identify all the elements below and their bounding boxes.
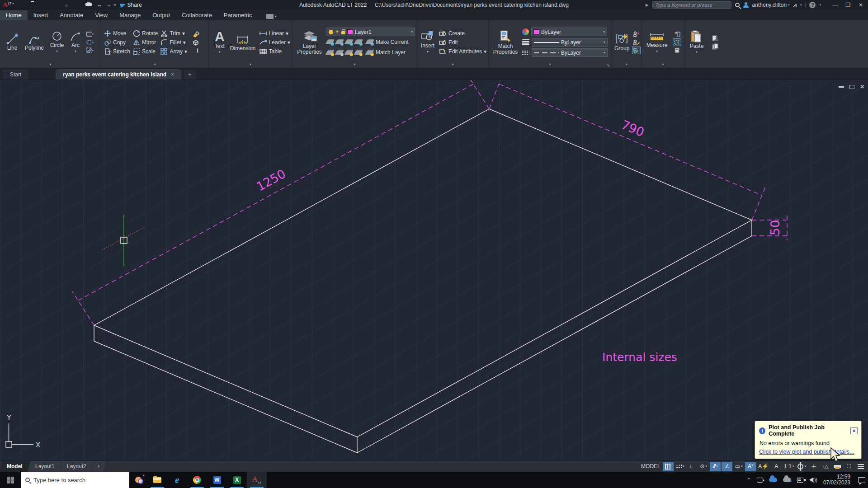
tab-manage[interactable]: Manage: [113, 10, 146, 20]
taskbar-file-explorer[interactable]: [147, 472, 167, 488]
tab-annotate[interactable]: Annotate: [54, 10, 89, 20]
measure-button[interactable]: Measure▾: [644, 31, 670, 54]
ortho-toggle[interactable]: ∟: [686, 462, 697, 471]
quick-calculator-icon[interactable]: [673, 47, 681, 54]
layer-lock-icon[interactable]: [354, 40, 363, 44]
tab-view[interactable]: View: [89, 10, 113, 20]
match-layer-icon[interactable]: [365, 51, 374, 55]
array-button[interactable]: Array▾: [160, 47, 187, 56]
taskbar-chrome[interactable]: [187, 472, 207, 488]
taskbar-internet-explorer[interactable]: e: [167, 472, 187, 488]
make-current-button[interactable]: Make Current: [376, 39, 409, 45]
tab-layout2[interactable]: Layout2: [60, 461, 94, 472]
close-tab-icon[interactable]: ×: [171, 71, 174, 78]
help-search-input[interactable]: Type a keyword or phrase: [652, 1, 731, 9]
object-snap-tracking-toggle[interactable]: ∠: [722, 462, 732, 471]
panel-modify-expander[interactable]: ▾: [101, 62, 208, 68]
explode-icon[interactable]: [192, 39, 199, 46]
undo-button[interactable]: ←▾: [96, 2, 101, 8]
minimize-button[interactable]: —: [831, 2, 840, 8]
notification-close-button[interactable]: ×: [850, 427, 858, 434]
leader-button[interactable]: Leader▾: [259, 38, 290, 47]
panel-annotation-expander[interactable]: ▾: [209, 62, 292, 68]
workspace-switching-button[interactable]: ▾: [796, 462, 807, 471]
isometric-drafting-toggle[interactable]: //▾: [710, 462, 721, 471]
object-color-combo[interactable]: ByLayer▾: [531, 28, 607, 36]
table-button[interactable]: Table: [259, 47, 290, 56]
hatch-tool-icon[interactable]: ▾: [86, 47, 94, 54]
layer-thaw-all-icon[interactable]: [344, 51, 354, 55]
restore-button[interactable]: ❐: [844, 2, 853, 8]
grid-toggle[interactable]: [663, 462, 674, 471]
insert-block-button[interactable]: Insert▾: [420, 30, 435, 55]
notification-details-link[interactable]: Click to view plot and publish details..…: [759, 449, 858, 455]
meet-now-icon[interactable]: [757, 478, 763, 483]
clean-screen-button[interactable]: ⛶: [844, 462, 854, 471]
autodesk-a360-icon[interactable]: ⩘: [793, 2, 797, 8]
layer-properties-button[interactable]: Layer Properties: [295, 30, 324, 55]
group-button[interactable]: Group: [614, 33, 629, 52]
taskbar-word[interactable]: W: [207, 472, 227, 488]
quick-select-icon[interactable]: [673, 31, 681, 38]
redo-button[interactable]: →▾: [105, 2, 110, 8]
panel-groups-expander[interactable]: ▾: [612, 62, 641, 68]
save-to-web-icon[interactable]: [75, 2, 81, 8]
save-as-icon[interactable]: [53, 2, 60, 8]
model-space-button[interactable]: MODEL: [640, 462, 662, 471]
file-tab-start[interactable]: Start: [3, 69, 28, 80]
customization-button[interactable]: ＋: [808, 462, 819, 471]
layer-isolate-icon[interactable]: [335, 40, 344, 44]
new-drawing-tab-button[interactable]: +: [184, 70, 196, 80]
make-current-icon[interactable]: [365, 40, 374, 44]
tab-model[interactable]: Model: [0, 461, 30, 472]
layer-off-icon[interactable]: [326, 40, 335, 44]
autocad-app-logo[interactable]: ALT▾: [3, 2, 14, 9]
taskbar-autocad[interactable]: ALT: [247, 472, 267, 488]
new-layout-button[interactable]: +: [92, 461, 106, 472]
sync-status-icon[interactable]: ↻: [783, 478, 791, 482]
paste-button[interactable]: Paste▾: [688, 30, 706, 55]
search-highlights-icon[interactable]: [129, 472, 147, 488]
linear-dimension-button[interactable]: Linear▾: [259, 29, 290, 38]
circle-button[interactable]: Circle▾: [47, 31, 67, 54]
edit-block-button[interactable]: Edit: [439, 38, 486, 47]
create-block-button[interactable]: Create: [439, 29, 486, 38]
panel-layers-expander[interactable]: ▾: [292, 62, 417, 68]
layer-turn-on-icon[interactable]: [326, 51, 335, 55]
taskbar-clock[interactable]: 12:59 07/02/2023: [823, 474, 850, 486]
tray-expand-icon[interactable]: ⌃: [747, 477, 751, 483]
polar-tracking-toggle[interactable]: ⊘▾: [698, 462, 709, 471]
dialog-launcher-icon[interactable]: ⇘: [606, 63, 610, 67]
help-icon[interactable]: ?: [809, 2, 816, 8]
tab-insert[interactable]: Insert: [28, 10, 54, 20]
search-expand-icon[interactable]: ▶: [646, 3, 649, 7]
close-button[interactable]: ✕: [856, 2, 865, 8]
layer-unlock2-icon[interactable]: [354, 51, 363, 55]
taskbar-excel[interactable]: X: [227, 472, 247, 488]
tab-output[interactable]: Output: [146, 10, 176, 20]
network-icon[interactable]: [797, 478, 803, 483]
snap-toggle[interactable]: ▾: [675, 462, 686, 471]
rotate-button[interactable]: Rotate: [133, 29, 158, 38]
ribbon-display-toggle[interactable]: ▾: [266, 14, 277, 19]
move-button[interactable]: Move: [104, 29, 130, 38]
polyline-button[interactable]: Polyline: [22, 33, 47, 51]
status-menu-button[interactable]: [855, 462, 866, 471]
rectangle-tool-icon[interactable]: ▾: [86, 31, 94, 38]
layer-freeze-icon[interactable]: [344, 40, 354, 44]
annotation-autoscale-toggle[interactable]: A⚡: [757, 462, 770, 471]
dimension-button[interactable]: Dimension: [230, 33, 256, 52]
file-tab-document[interactable]: ryan perks event catering kitchen island…: [56, 69, 181, 80]
drawing-viewport[interactable]: 1250 790 50 Internal sizes Y X ✕ i Plot …: [0, 80, 868, 460]
cut-icon[interactable]: [711, 35, 719, 42]
layer-select-combo[interactable]: ☀ Layer1 ▾: [326, 28, 415, 36]
match-layer-button[interactable]: Match Layer: [376, 49, 406, 56]
copy-clip-icon[interactable]: [711, 43, 719, 50]
group-edit-icon[interactable]: [632, 39, 640, 46]
annotation-visibility-toggle[interactable]: A°: [745, 462, 756, 471]
copy-button[interactable]: Copy: [104, 38, 130, 47]
annotation-scale-icon[interactable]: A: [771, 462, 782, 471]
drawing-restore-icon[interactable]: [849, 85, 854, 89]
tab-parametric[interactable]: Parametric: [218, 10, 258, 20]
arc-button[interactable]: Arc▾: [67, 31, 84, 54]
